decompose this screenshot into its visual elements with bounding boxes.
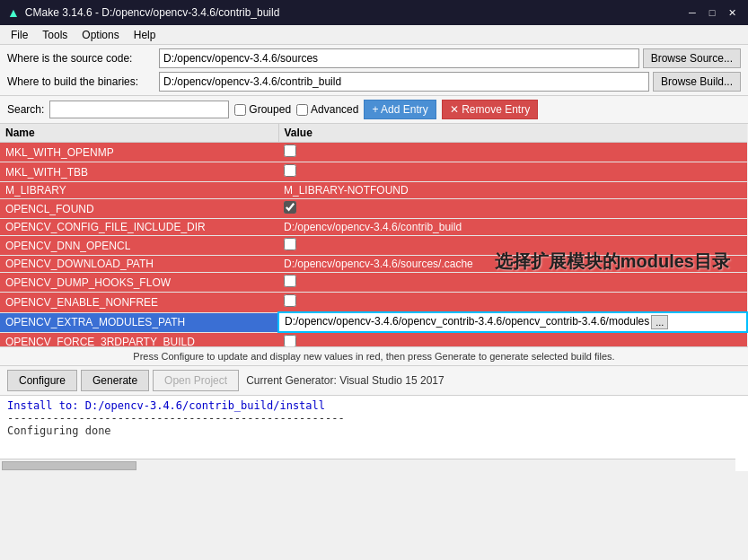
- close-button[interactable]: ✕: [723, 4, 741, 22]
- search-label: Search:: [7, 103, 44, 116]
- row-value-cell[interactable]: D:/opencv/opencv-3.4.6/contrib_build: [278, 219, 747, 236]
- log-area[interactable]: Install to: D:/opencv-3.4.6/contrib_buil…: [0, 395, 748, 471]
- log-scrollbar-thumb[interactable]: [2, 461, 136, 470]
- row-value-cell: [278, 293, 747, 313]
- menubar-item-file[interactable]: File: [4, 27, 35, 43]
- row-value-cell: [278, 199, 747, 219]
- row-name-cell: OPENCV_EXTRA_MODULES_PATH: [0, 312, 278, 332]
- row-value-cell: [278, 332, 747, 346]
- menubar-item-help[interactable]: Help: [127, 27, 163, 43]
- row-name-cell: OPENCV_DNN_OPENCL: [0, 236, 278, 256]
- toolbar: Where is the source code: Browse Source.…: [0, 45, 748, 96]
- row-value-cell: [278, 162, 747, 182]
- browse-source-button[interactable]: Browse Source...: [643, 48, 741, 68]
- table-row[interactable]: OPENCV_CONFIG_FILE_INCLUDE_DIRD:/opencv/…: [0, 219, 747, 236]
- table-row[interactable]: OPENCV_DOWNLOAD_PATHD:/opencv/opencv-3.4…: [0, 256, 747, 273]
- row-name-cell: OPENCV_CONFIG_FILE_INCLUDE_DIR: [0, 219, 278, 236]
- titlebar: ▲ CMake 3.14.6 - D:/opencv/opencv-3.4.6/…: [0, 0, 748, 25]
- log-line: Install to: D:/opencv-3.4.6/contrib_buil…: [7, 399, 741, 412]
- table-row[interactable]: OPENCV_DUMP_HOOKS_FLOW: [0, 273, 747, 293]
- row-name-cell: OPENCV_FORCE_3RDPARTY_BUILD: [0, 332, 278, 346]
- table-row[interactable]: OPENCV_ENABLE_NONFREE: [0, 293, 747, 313]
- table-row[interactable]: MKL_WITH_OPENMP: [0, 143, 747, 162]
- row-checkbox[interactable]: [284, 335, 296, 346]
- table-row[interactable]: OPENCV_FORCE_3RDPARTY_BUILD: [0, 332, 747, 346]
- table-row[interactable]: OPENCL_FOUND: [0, 199, 747, 219]
- row-value-cell[interactable]: D:/opencv/opencv-3.4.6/opencv_contrib-3.…: [278, 312, 747, 332]
- row-checkbox[interactable]: [284, 144, 296, 157]
- row-checkbox[interactable]: [284, 164, 296, 177]
- source-label: Where is the source code:: [7, 52, 155, 65]
- main-content: Name Value MKL_WITH_OPENMPMKL_WITH_TBBM_…: [0, 124, 748, 346]
- source-input[interactable]: [159, 48, 639, 68]
- generate-button[interactable]: Generate: [81, 370, 149, 391]
- col-value-header: Value: [278, 124, 747, 143]
- row-value-cell: [278, 236, 747, 256]
- title-text: CMake 3.14.6 - D:/opencv/opencv-3.4.6/co…: [25, 6, 682, 19]
- build-input[interactable]: [159, 72, 649, 92]
- col-name-header: Name: [0, 124, 278, 143]
- browse-path-button[interactable]: ...: [651, 315, 668, 329]
- search-input[interactable]: [49, 101, 229, 118]
- row-name-cell: OPENCV_DOWNLOAD_PATH: [0, 256, 278, 273]
- log-horizontal-scrollbar[interactable]: [0, 459, 735, 471]
- log-line: Configuring done: [7, 424, 741, 437]
- table-row[interactable]: OPENCV_EXTRA_MODULES_PATHD:/opencv/openc…: [0, 312, 747, 332]
- row-name-cell: OPENCV_ENABLE_NONFREE: [0, 293, 278, 313]
- row-checkbox[interactable]: [284, 275, 296, 287]
- menubar: FileToolsOptionsHelp: [0, 25, 748, 45]
- menubar-item-options[interactable]: Options: [75, 27, 126, 43]
- statusbar: Press Configure to update and display ne…: [0, 346, 748, 365]
- row-value-cell: [278, 143, 747, 162]
- remove-entry-button[interactable]: ✕ Remove Entry: [442, 100, 538, 119]
- add-entry-button[interactable]: + Add Entry: [364, 100, 436, 119]
- row-name-cell: MKL_WITH_TBB: [0, 162, 278, 182]
- row-value-cell: [278, 273, 747, 293]
- app-icon: ▲: [7, 5, 20, 20]
- grouped-label: Grouped: [249, 103, 291, 116]
- row-value-cell[interactable]: D:/opencv/opencv-3.4.6/sources/.cache: [278, 256, 747, 273]
- table-row[interactable]: M_LIBRARYM_LIBRARY-NOTFOUND: [0, 182, 747, 199]
- row-checkbox[interactable]: [284, 294, 296, 307]
- open-project-button[interactable]: Open Project: [153, 370, 239, 391]
- config-table: Name Value MKL_WITH_OPENMPMKL_WITH_TBBM_…: [0, 124, 748, 346]
- row-name-cell: MKL_WITH_OPENMP: [0, 143, 278, 162]
- row-checkbox[interactable]: [284, 238, 296, 250]
- log-line: ----------------------------------------…: [7, 412, 741, 424]
- grouped-checkbox[interactable]: [234, 104, 246, 116]
- bottom-buttons: Configure Generate Open Project Current …: [0, 365, 748, 395]
- minimize-button[interactable]: ─: [683, 4, 701, 22]
- generator-label: Current Generator: Visual Studio 15 2017: [246, 374, 444, 387]
- advanced-option: Advanced: [296, 103, 358, 116]
- table-row[interactable]: MKL_WITH_TBB: [0, 162, 747, 182]
- configure-button[interactable]: Configure: [7, 370, 77, 391]
- advanced-checkbox[interactable]: [296, 104, 308, 116]
- row-name-cell: OPENCL_FOUND: [0, 199, 278, 219]
- maximize-button[interactable]: □: [703, 4, 721, 22]
- status-text: Press Configure to update and display ne…: [133, 351, 614, 362]
- row-checkbox[interactable]: [284, 201, 296, 214]
- row-name-cell: M_LIBRARY: [0, 182, 278, 199]
- searchrow: Search: Grouped Advanced + Add Entry ✕ R…: [0, 96, 748, 124]
- row-value-cell[interactable]: M_LIBRARY-NOTFOUND: [278, 182, 747, 199]
- grouped-option: Grouped: [234, 103, 291, 116]
- build-label: Where to build the binaries:: [7, 75, 155, 88]
- table-row[interactable]: OPENCV_DNN_OPENCL: [0, 236, 747, 256]
- row-name-cell: OPENCV_DUMP_HOOKS_FLOW: [0, 273, 278, 293]
- table-container[interactable]: Name Value MKL_WITH_OPENMPMKL_WITH_TBBM_…: [0, 124, 748, 346]
- browse-build-button[interactable]: Browse Build...: [653, 72, 741, 92]
- advanced-label: Advanced: [311, 103, 358, 116]
- menubar-item-tools[interactable]: Tools: [35, 27, 75, 43]
